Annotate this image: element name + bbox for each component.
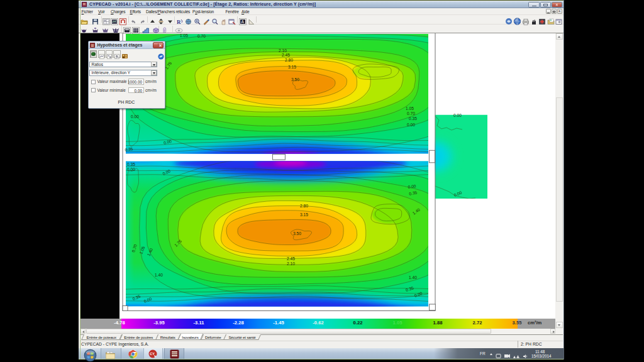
svg-text:1.40: 1.40 bbox=[409, 275, 417, 280]
svg-text:0.70: 0.70 bbox=[407, 111, 415, 116]
svg-text:1.05: 1.05 bbox=[180, 33, 188, 38]
svg-text:3.15: 3.15 bbox=[288, 65, 296, 69]
svg-text:2.80: 2.80 bbox=[285, 58, 293, 62]
svg-text:2.80: 2.80 bbox=[300, 204, 308, 208]
svg-text:CY: CY bbox=[150, 352, 155, 356]
svg-text:R: R bbox=[177, 19, 181, 25]
svg-text:0.00: 0.00 bbox=[131, 114, 139, 119]
svg-text:0.00: 0.00 bbox=[127, 167, 135, 172]
svg-text:3.15: 3.15 bbox=[300, 212, 308, 217]
svg-text:2.10: 2.10 bbox=[287, 261, 295, 266]
svg-text:0.70: 0.70 bbox=[197, 34, 206, 38]
svg-text:2.45: 2.45 bbox=[287, 256, 295, 261]
svg-text:3.50: 3.50 bbox=[291, 77, 299, 82]
svg-text:1.05: 1.05 bbox=[406, 106, 414, 111]
svg-text:0.00: 0.00 bbox=[407, 123, 415, 127]
svg-text:2.10: 2.10 bbox=[279, 48, 287, 53]
svg-text:1.40: 1.40 bbox=[155, 273, 163, 277]
svg-text:0.35: 0.35 bbox=[409, 116, 417, 121]
svg-text:0.35: 0.35 bbox=[127, 162, 135, 167]
svg-text:2.45: 2.45 bbox=[282, 53, 290, 57]
svg-text:0.00: 0.00 bbox=[453, 113, 462, 118]
svg-text:3.50: 3.50 bbox=[293, 231, 301, 236]
svg-text:A: A bbox=[242, 19, 245, 24]
